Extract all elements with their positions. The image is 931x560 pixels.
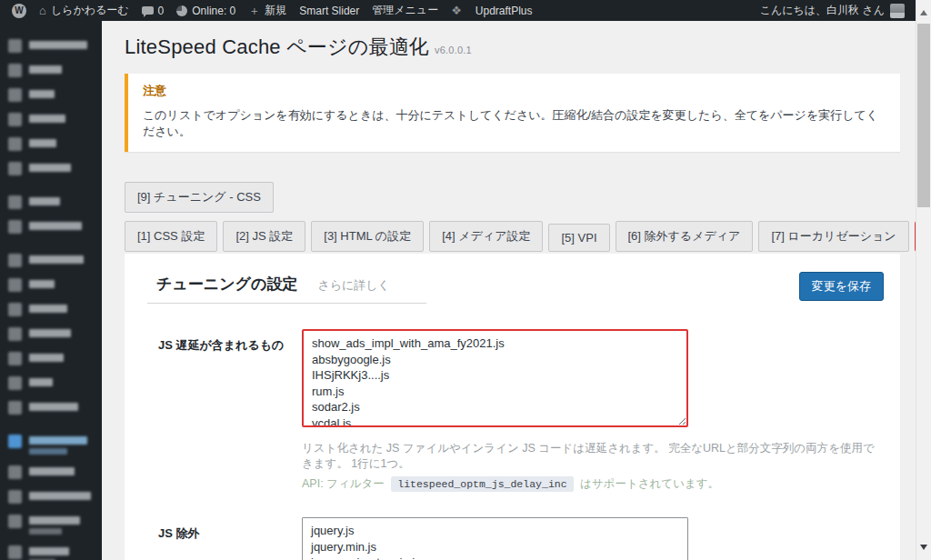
sidebar-item-icon [8, 254, 22, 267]
sidebar-item-icon [8, 515, 22, 528]
smart-slider-link[interactable]: Smart Slider [293, 0, 365, 21]
comment-icon [142, 6, 154, 15]
sidebar-item-icon [8, 303, 22, 316]
sidebar-item-icon [8, 162, 22, 175]
api-filter-code: litespeed_optm_js_delay_inc [391, 476, 573, 492]
panel-header: チューニングの設定 さらに詳しく [147, 274, 426, 304]
admin-sidebar [0, 21, 102, 560]
tab-css-settings[interactable]: [1] CSS 設定 [125, 221, 217, 252]
sidebar-item-icon [8, 401, 22, 415]
comments-count: 0 [158, 5, 165, 17]
scrollbar[interactable] [916, 0, 931, 560]
updraft-label: UpdraftPlus [476, 5, 533, 17]
tuning-settings-panel: チューニングの設定 さらに詳しく 変更を保存 JS 遅延が含まれるもの show… [125, 254, 900, 560]
tab-vpi[interactable]: [5] VPI [548, 224, 609, 252]
sidebar-item-redacted[interactable] [0, 429, 102, 460]
tab-media-settings[interactable]: [4] メディア設定 [429, 221, 543, 252]
sidebar-item-icon [8, 39, 22, 53]
js-exclude-label: JS 除外 [158, 517, 302, 542]
wordpress-menu[interactable]: W [5, 0, 33, 21]
sidebar-item-redacted[interactable] [0, 248, 102, 273]
sidebar-item-redacted[interactable] [0, 540, 102, 560]
tab-js-settings[interactable]: [2] JS 設定 [223, 221, 305, 252]
sidebar-item-icon [8, 465, 22, 479]
pie-chart-icon [176, 5, 187, 16]
admin-menu-label: 管理メニュー [372, 3, 438, 18]
plus-icon: ＋ [248, 5, 260, 16]
tab-media-excludes[interactable]: [6] 除外するメディア [616, 221, 754, 252]
sidebar-item-icon [8, 435, 22, 448]
sidebar-item-icon [8, 113, 22, 126]
js-exclude-textarea[interactable]: jquery.js jquery.min.js jquery-migrate.m… [302, 517, 688, 560]
sidebar-item-redacted[interactable] [0, 156, 102, 181]
js-delay-label: JS 遅延が含まれるもの [158, 329, 302, 354]
comments-link[interactable]: 0 [135, 0, 171, 21]
js-delay-api-note: API: フィルター litespeed_optm_js_delay_inc は… [302, 476, 884, 492]
api-prefix: API: フィルター [302, 477, 385, 490]
sidebar-item-redacted[interactable] [0, 215, 102, 239]
sidebar-item-redacted[interactable] [0, 83, 102, 107]
admin-bar: W ⌂ しらかわるーむ 0 Online: 0 ＋ 新規 Smart Slide… [0, 0, 916, 21]
sidebar-item-redacted[interactable] [0, 346, 102, 371]
sidebar-item-redacted[interactable] [0, 509, 102, 540]
new-content-menu[interactable]: ＋ 新規 [242, 0, 293, 21]
smart-slider-label: Smart Slider [299, 5, 359, 17]
sidebar-item-redacted[interactable] [0, 273, 102, 297]
home-icon: ⌂ [39, 5, 46, 16]
new-label: 新規 [265, 3, 286, 18]
sidebar-item-redacted[interactable] [0, 460, 102, 485]
sidebar-item-icon [8, 64, 22, 77]
sidebar-item-icon [8, 545, 22, 559]
tab-localization[interactable]: [7] ローカリゼーション [758, 221, 908, 252]
tab-html-settings[interactable]: [3] HTML の設定 [311, 221, 424, 252]
sidebar-item-redacted[interactable] [0, 34, 102, 58]
scrollbar-thumb[interactable] [917, 24, 930, 207]
online-status-link[interactable]: Online: 0 [170, 0, 242, 21]
scroll-down-arrow-icon[interactable] [920, 545, 927, 554]
page-title: LiteSpeed Cache ページの最適化v6.0.0.1 [125, 34, 900, 61]
sidebar-item-redacted[interactable] [0, 107, 102, 132]
settings-tabs: [1] CSS 設定 [2] JS 設定 [3] HTML の設定 [4] メデ… [125, 221, 900, 252]
diamond-icon: ❖ [451, 5, 462, 16]
sidebar-item-redacted[interactable] [0, 132, 102, 156]
user-account-menu[interactable]: こんにちは、白川秋 さん [760, 3, 906, 18]
site-home-link[interactable]: ⌂ しらかわるーむ [33, 0, 135, 21]
sidebar-item-redacted[interactable] [0, 322, 102, 346]
sidebar-item-icon [8, 376, 22, 390]
sidebar-item-redacted[interactable] [0, 297, 102, 322]
admin-menu-link[interactable]: 管理メニュー [365, 0, 445, 21]
sidebar-item-icon [8, 327, 22, 341]
sidebar-item-redacted[interactable] [0, 58, 102, 83]
version-tag: v6.0.0.1 [435, 45, 472, 55]
js-delay-description: リスト化された JS ファイルやインライン JS コードは遅延されます。 完全な… [302, 441, 884, 472]
user-avatar [890, 4, 905, 18]
scroll-up-arrow-icon[interactable] [920, 6, 927, 15]
sidebar-item-icon [8, 137, 22, 151]
greeting-text: こんにちは、白川秋 さん [760, 3, 885, 18]
form-row-js-exclude: JS 除外 jquery.js jquery.min.js jquery-mig… [147, 517, 882, 560]
panel-heading: チューニングの設定 [156, 274, 297, 295]
online-label: Online: 0 [192, 5, 235, 17]
sidebar-item-icon [8, 490, 22, 504]
sidebar-item-icon [8, 88, 22, 102]
sidebar-item-redacted[interactable] [0, 371, 102, 395]
tuning-css-button[interactable]: [9] チューニング - CSS [125, 182, 274, 213]
learn-more-link[interactable]: さらに詳しく [317, 277, 390, 294]
form-row-js-delay: JS 遅延が含まれるもの show_ads_impl_with_ama_fy20… [147, 329, 882, 492]
sidebar-item-redacted[interactable] [0, 190, 102, 215]
save-changes-button[interactable]: 変更を保存 [799, 272, 884, 301]
js-delay-textarea[interactable]: show_ads_impl_with_ama_fy2021.js absbygo… [302, 329, 688, 427]
sidebar-item-icon [8, 352, 22, 365]
notice-title: 注意 [143, 83, 886, 99]
wordpress-logo-icon: W [12, 4, 26, 18]
updraftplus-link[interactable]: ❖ UpdraftPlus [445, 0, 538, 21]
sidebar-item-redacted[interactable] [0, 485, 102, 509]
page-title-text: LiteSpeed Cache ページの最適化 [125, 35, 429, 58]
warning-notice: 注意 このリストでオプションを有効にするときは、十分にテストしてください。圧縮化… [125, 74, 900, 152]
sidebar-item-redacted[interactable] [0, 395, 102, 420]
site-name: しらかわるーむ [51, 3, 129, 18]
notice-body: このリストでオプションを有効にするときは、十分にテストしてください。圧縮化/結合… [143, 107, 886, 140]
sidebar-item-icon [8, 278, 22, 292]
sidebar-item-icon [8, 195, 22, 209]
main-content: LiteSpeed Cache ページの最適化v6.0.0.1 注意 このリスト… [102, 21, 916, 560]
